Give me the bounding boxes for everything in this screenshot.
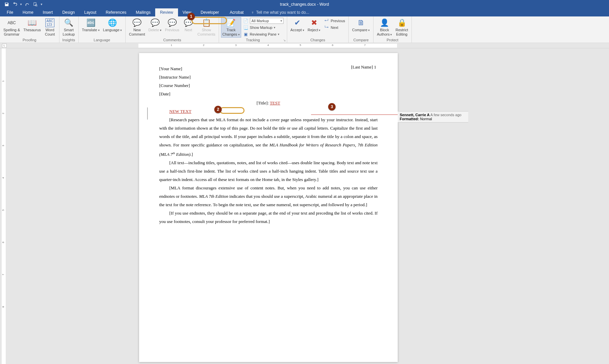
previous-change-label: Previous — [331, 19, 345, 23]
previous-change-button[interactable]: ⮠ Previous — [322, 18, 346, 24]
revision-balloon[interactable]: Sennett, Carrie A A few seconds ago Form… — [398, 111, 468, 123]
smart-lookup-icon: 🔍 — [64, 18, 73, 28]
smart-lookup-label: Smart Lookup — [63, 28, 75, 37]
new-comment-label: New Comment — [129, 28, 145, 37]
thesaurus-icon: 📖 — [28, 18, 37, 28]
accept-button[interactable]: ✔ Accept — [289, 17, 306, 33]
thesaurus-button[interactable]: 📖 Thesaurus — [22, 17, 42, 33]
next-change-icon: ⮡ — [324, 25, 329, 30]
spelling-grammar-button[interactable]: ABC Spelling & Grammar — [2, 17, 21, 37]
reject-button[interactable]: ✖ Reject — [306, 17, 322, 33]
document-page[interactable]: [Last Name] 1 [Your Name] [Instructor Na… — [139, 53, 398, 362]
group-tracking: 📝 Track Changes 📄 All Markup 📃 Show Mark… — [219, 16, 287, 43]
tab-acrobat[interactable]: AAcrobat — [224, 8, 248, 16]
track-changes-icon: 📝 — [226, 18, 235, 28]
wordcount-button[interactable]: ABC123 Word Count — [43, 17, 57, 37]
display-for-review-select[interactable]: 📄 All Markup — [242, 18, 285, 24]
delete-comment-icon: 💬 — [150, 18, 160, 28]
tab-developer[interactable]: Developer — [196, 8, 224, 16]
thesaurus-label: Thesaurus — [24, 28, 41, 32]
revision-card[interactable]: Sennett, Carrie A A few seconds ago Form… — [398, 111, 468, 123]
delete-comment-label: Delete — [148, 28, 162, 33]
reviewing-pane-button[interactable]: ▣ Reviewing Pane ▾ — [242, 31, 285, 37]
save-icon[interactable] — [3, 1, 10, 8]
show-markup-icon: 📃 — [243, 25, 249, 30]
paragraph-2: [All text—including titles, quotations, … — [159, 158, 378, 184]
horizontal-ruler[interactable]: L 1 2 3 4 5 6 7 — [0, 43, 609, 48]
group-changes: ✔ Accept ✖ Reject ⮠ Previous ⮡ Next Chan… — [287, 16, 349, 43]
compare-button[interactable]: 🗎 Compare — [351, 17, 371, 33]
tab-design[interactable]: Design — [57, 8, 79, 16]
display-markup-value[interactable]: All Markup — [250, 18, 284, 24]
translate-button[interactable]: 🔤 Translate — [81, 17, 101, 33]
svg-rect-0 — [34, 2, 36, 5]
tell-me-search[interactable]: ♀ Tell me what you want to do... — [251, 8, 309, 16]
reject-icon: ✖ — [311, 18, 317, 28]
tab-review[interactable]: Review — [155, 8, 178, 16]
wordcount-label: Word Count — [45, 28, 55, 37]
paragraph-4: [If you use endnotes, they should be on … — [159, 209, 378, 226]
delete-comment-button: 💬 Delete — [147, 17, 163, 33]
tab-acrobat-label: Acrobat — [230, 10, 244, 15]
revision-time: A few seconds ago — [430, 113, 461, 117]
spellcheck-icon: ABC — [7, 18, 16, 28]
tab-insert[interactable]: Insert — [38, 8, 57, 16]
group-tracking-label: Tracking — [221, 38, 285, 43]
tab-selector[interactable]: L — [2, 44, 7, 48]
tracking-dialog-launcher-icon[interactable]: ↘ — [283, 39, 286, 42]
revision-connector-line — [311, 115, 398, 115]
field-course: [Course Number] — [159, 81, 378, 90]
block-authors-button[interactable]: 👤 Block Authors — [376, 17, 393, 38]
restrict-editing-icon: 🔒 — [397, 18, 406, 28]
annotation-badge-2: 2 — [214, 106, 222, 113]
qat-customize-icon[interactable]: ▾ — [40, 2, 43, 6]
compare-label: Compare — [352, 28, 370, 33]
show-markup-button[interactable]: 📃 Show Markup ▾ — [242, 25, 285, 31]
next-change-button[interactable]: ⮡ Next — [322, 25, 346, 31]
title-line: [Title]: TEST — [159, 99, 378, 107]
compare-icon: 🗎 — [357, 18, 365, 28]
accept-icon: ✔ — [294, 18, 300, 28]
restrict-editing-button[interactable]: 🔒 Restrict Editing — [394, 17, 409, 37]
document-body[interactable]: [Your Name] [Instructor Name] [Course Nu… — [159, 64, 378, 226]
svg-line-2 — [37, 6, 37, 6]
undo-icon[interactable] — [11, 1, 18, 8]
tab-home[interactable]: Home — [18, 8, 38, 16]
block-authors-icon: 👤 — [380, 18, 389, 28]
tab-mailings[interactable]: Mailings — [131, 8, 155, 16]
page-canvas[interactable]: [Last Name] 1 [Your Name] [Instructor Na… — [8, 48, 609, 364]
new-comment-button[interactable]: 💬 New Comment — [128, 17, 146, 37]
revision-author: Sennett, Carrie A — [400, 113, 430, 117]
tab-references[interactable]: References — [101, 8, 131, 16]
block-authors-label: Block Authors — [377, 28, 392, 37]
previous-comment-label: Previous — [165, 28, 179, 32]
display-markup-icon: 📄 — [243, 18, 249, 24]
language-button[interactable]: 🌐 Language — [102, 17, 123, 33]
track-changes-label: Track Changes — [222, 28, 240, 37]
reviewing-pane-icon: ▣ — [243, 32, 249, 37]
previous-change-icon: ⮠ — [324, 18, 329, 24]
title-bar: ▾ ▾ track_changes.docx - Word — [0, 0, 609, 8]
ruler-strip: 1 2 3 4 5 6 7 — [138, 44, 397, 48]
group-compare: 🗎 Compare Compare — [349, 16, 374, 43]
reviewing-pane-label: Reviewing Pane — [250, 32, 277, 36]
vertical-ruler[interactable]: 1 2 3 4 5 6 7 8 — [0, 48, 8, 364]
tab-layout[interactable]: Layout — [80, 8, 101, 16]
paragraph-3: [MLA format discourages extensive use of… — [159, 184, 378, 209]
annotation-badge-1: 1 — [187, 13, 195, 20]
redo-icon[interactable] — [24, 1, 31, 8]
smart-lookup-button[interactable]: 🔍 Smart Lookup — [61, 17, 76, 37]
group-changes-label: Changes — [289, 38, 347, 43]
accept-label: Accept — [291, 28, 304, 33]
tab-file[interactable]: File — [2, 8, 18, 16]
group-proofing-label: Proofing — [2, 38, 57, 43]
print-preview-icon[interactable] — [32, 1, 39, 8]
inserted-title-text: TEST — [270, 100, 280, 105]
restrict-editing-label: Restrict Editing — [395, 28, 408, 37]
translate-icon: 🔤 — [86, 18, 95, 28]
field-date: [Date] — [159, 90, 378, 98]
wordcount-icon: ABC123 — [45, 18, 54, 28]
field-instructor: [Instructor Name] — [159, 73, 378, 81]
next-comment-label: Next — [185, 28, 192, 32]
previous-comment-button: 💬 Previous — [164, 17, 181, 33]
